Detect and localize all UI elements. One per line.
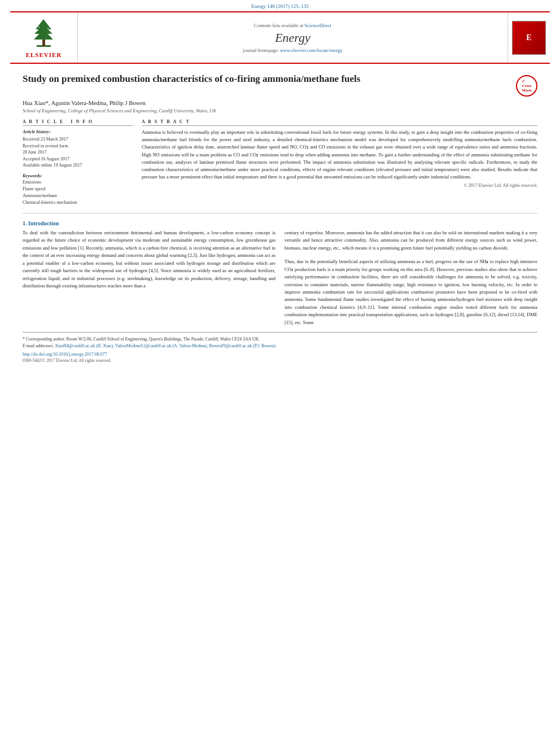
svg-point-6 <box>47 28 49 29</box>
abstract-header: A B S T R A C T <box>142 119 537 126</box>
keyword-emissions: Emissions <box>23 179 133 186</box>
svg-point-7 <box>36 34 38 36</box>
header-center: Contents lists available at ScienceDirec… <box>78 12 508 63</box>
article-info-header: A R T I C L E I N F O <box>23 119 133 126</box>
elsevier-tree-icon <box>25 17 62 50</box>
authors-line: Hua Xiao*, Agustin Valera-Medina, Philip… <box>23 100 537 106</box>
keyword-flame-speed: Flame speed <box>23 186 133 193</box>
svg-point-5 <box>38 27 40 28</box>
abstract-text: Ammonia is believed to eventually play a… <box>142 129 537 181</box>
homepage-line: journal homepage: www.elsevier.com/locat… <box>243 47 342 53</box>
article-title-section: Study on premixed combustion characteris… <box>23 73 537 97</box>
article-title: Study on premixed combustion characteris… <box>23 73 516 86</box>
email-note: E-mail addresses: XiaoH4@cardiff.ac.uk (… <box>23 343 537 350</box>
issn-line: 0360-5442/© 2017 Elsevier Ltd. All right… <box>23 358 537 363</box>
introduction-section: 1. Introduction To deal with the contrad… <box>23 220 537 326</box>
keyword-ammonia: Ammonia/methane <box>23 193 133 199</box>
intro-columns: To deal with the contradiction between e… <box>23 229 537 326</box>
crossmark-icon: ✓CrossMark <box>516 75 537 97</box>
corresponding-author-note: * Corresponding author. Room W/2.06, Car… <box>23 336 537 343</box>
energy-journal-logo: E <box>512 21 546 55</box>
journal-reference: Energy 140 (2017) 125–135 <box>0 0 560 11</box>
journal-header: ELSEVIER Contents lists available at Sci… <box>10 11 550 64</box>
intro-right-col: century of expertise. Moreover, ammonia … <box>285 229 537 326</box>
homepage-link[interactable]: www.elsevier.com/locate/energy <box>280 47 343 53</box>
main-content: Study on premixed combustion characteris… <box>0 64 560 369</box>
email-link[interactable]: XiaoH4@cardiff.ac.uk (H. Xiao), ValeraMe… <box>55 343 277 348</box>
available-date: Available online 19 August 2017 <box>23 162 133 169</box>
footnote-section: * Corresponding author. Room W/2.06, Car… <box>23 332 537 363</box>
article-history: Article history: Received 23 March 2017 … <box>23 129 133 169</box>
intro-left-text: To deal with the contradiction between e… <box>23 229 275 290</box>
intro-right-text1: century of expertise. Moreover, ammonia … <box>285 229 537 252</box>
history-label: Article history: <box>23 129 133 136</box>
copyright-line: © 2017 Elsevier Ltd. All rights reserved… <box>142 183 537 188</box>
elsevier-brand-name: ELSEVIER <box>26 51 62 58</box>
elsevier-logo-section: ELSEVIER <box>10 12 78 63</box>
science-direct-link[interactable]: ScienceDirect <box>304 23 331 28</box>
intro-right-text2: Thus, due to the potentially beneficial … <box>285 258 537 326</box>
info-abstract-section: A R T I C L E I N F O Article history: R… <box>23 119 537 206</box>
svg-rect-1 <box>42 38 45 46</box>
science-direct-line: Contents lists available at ScienceDirec… <box>254 23 331 28</box>
received-date: Received 23 March 2017 <box>23 136 133 143</box>
accepted-date: Accepted 16 August 2017 <box>23 156 133 163</box>
keyword-mechanism: Chemical-kinetics mechanism <box>23 199 133 206</box>
revised-date: 28 June 2017 <box>23 149 133 156</box>
journal-title: Energy <box>275 30 310 45</box>
keywords-section: Keywords: Emissions Flame speed Ammonia/… <box>23 173 133 206</box>
elsevier-logo: ELSEVIER <box>25 17 62 58</box>
article-info-col: A R T I C L E I N F O Article history: R… <box>23 119 133 206</box>
abstract-col: A B S T R A C T Ammonia is believed to e… <box>142 119 537 206</box>
doi-line[interactable]: http://dx.doi.org/10.1016/j.energy.2017.… <box>23 352 537 357</box>
section-divider <box>23 213 537 213</box>
revised-label: Received in revised form <box>23 143 133 150</box>
svg-point-8 <box>50 33 51 35</box>
keywords-label: Keywords: <box>23 173 133 178</box>
intro-left-col: To deal with the contradiction between e… <box>23 229 275 326</box>
intro-title: 1. Introduction <box>23 220 537 226</box>
journal-logo-section: E <box>508 12 550 63</box>
crossmark-badge[interactable]: ✓CrossMark <box>516 75 537 97</box>
affiliation-line: School of Engineering, College of Physic… <box>23 108 537 113</box>
